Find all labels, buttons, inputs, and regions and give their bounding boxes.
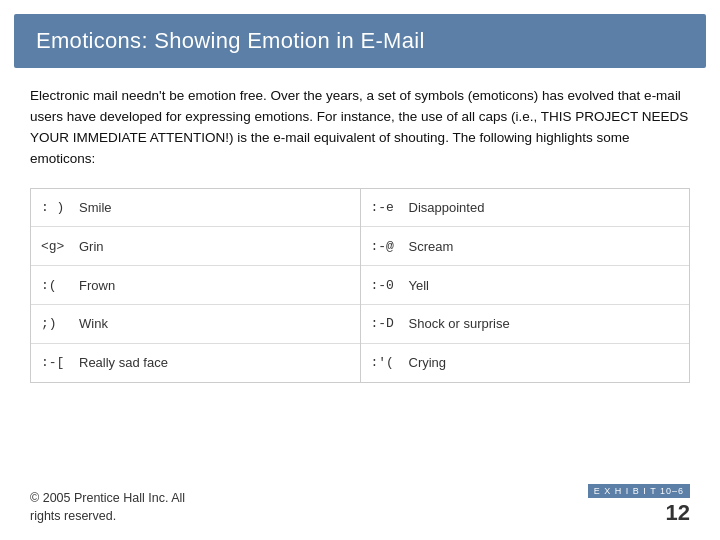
- emoticon-symbol: :-[: [41, 355, 79, 370]
- emoticon-label: Crying: [409, 355, 447, 370]
- emoticon-label: Really sad face: [79, 355, 168, 370]
- slide-header: Emoticons: Showing Emotion in E-Mail: [14, 14, 706, 68]
- left-emoticon-row: :-[Really sad face: [31, 344, 360, 382]
- slide-footer: © 2005 Prentice Hall Inc. Allrights rese…: [0, 476, 720, 540]
- emoticon-label: Wink: [79, 316, 108, 331]
- emoticon-symbol: :-0: [371, 278, 409, 293]
- intro-paragraph: Electronic mail needn't be emotion free.…: [30, 86, 690, 170]
- emoticon-label: Scream: [409, 239, 454, 254]
- right-emoticon-row: :-0Yell: [361, 266, 690, 305]
- emoticon-label: Grin: [79, 239, 104, 254]
- emoticon-symbol: : ): [41, 200, 79, 215]
- exhibit-label: E X H I B I T 10–6: [588, 484, 690, 498]
- slide-title: Emoticons: Showing Emotion in E-Mail: [36, 28, 684, 54]
- emoticon-label: Yell: [409, 278, 429, 293]
- right-emoticon-row: :-@Scream: [361, 227, 690, 266]
- slide-body: Electronic mail needn't be emotion free.…: [0, 68, 720, 472]
- emoticons-table: : )Smile<g>Grin:(Frown;)Wink:-[Really sa…: [30, 188, 690, 383]
- slide-container: Emoticons: Showing Emotion in E-Mail Ele…: [0, 0, 720, 540]
- left-emoticon-row: :(Frown: [31, 266, 360, 305]
- left-emoticons-col: : )Smile<g>Grin:(Frown;)Wink:-[Really sa…: [31, 189, 361, 382]
- left-emoticon-row: : )Smile: [31, 189, 360, 228]
- right-emoticons-col: :-eDisappointed:-@Scream:-0Yell:-DShock …: [361, 189, 690, 382]
- emoticon-label: Smile: [79, 200, 112, 215]
- right-emoticon-row: :-eDisappointed: [361, 189, 690, 228]
- emoticon-symbol: :(: [41, 278, 79, 293]
- left-emoticon-row: <g>Grin: [31, 227, 360, 266]
- emoticon-label: Shock or surprise: [409, 316, 510, 331]
- emoticon-label: Disappointed: [409, 200, 485, 215]
- exhibit-number: 12: [666, 500, 690, 526]
- left-emoticon-row: ;)Wink: [31, 305, 360, 344]
- right-emoticon-row: :'(Crying: [361, 344, 690, 382]
- emoticon-label: Frown: [79, 278, 115, 293]
- emoticon-symbol: :'(: [371, 355, 409, 370]
- emoticon-symbol: :-@: [371, 239, 409, 254]
- emoticon-symbol: :-e: [371, 200, 409, 215]
- emoticon-symbol: ;): [41, 316, 79, 331]
- right-emoticon-row: :-DShock or surprise: [361, 305, 690, 344]
- exhibit-badge: E X H I B I T 10–6 12: [588, 484, 690, 526]
- emoticon-symbol: :-D: [371, 316, 409, 331]
- emoticon-symbol: <g>: [41, 239, 79, 254]
- copyright-text: © 2005 Prentice Hall Inc. Allrights rese…: [30, 489, 185, 527]
